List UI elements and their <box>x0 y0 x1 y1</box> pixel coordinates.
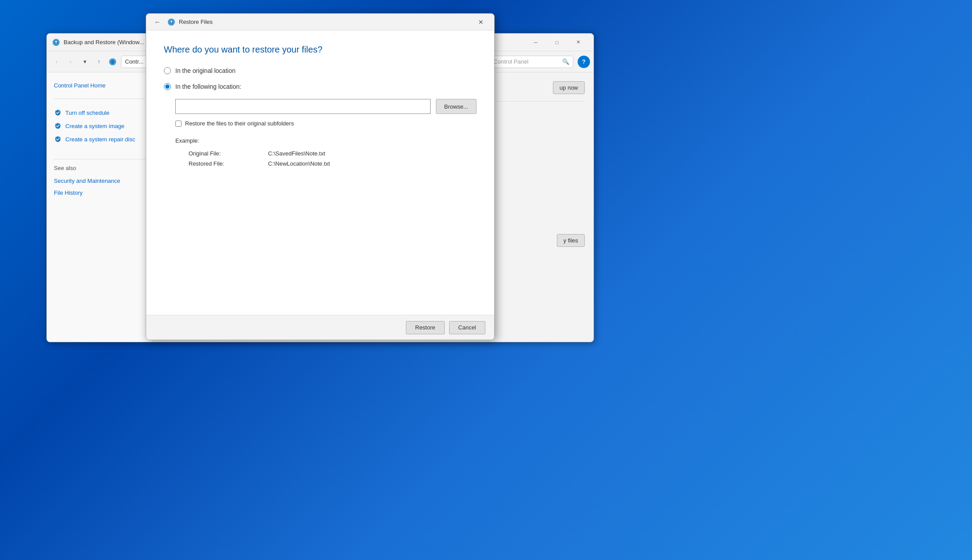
radio-option-original: In the original location <box>164 67 477 74</box>
dialog-footer: Restore Cancel <box>146 315 494 340</box>
up-button[interactable]: ↑ <box>93 56 105 68</box>
search-icon: 🔍 <box>562 58 569 65</box>
example-section: Example: Original File: C:\SavedFiles\No… <box>175 137 477 167</box>
example-row-1: Original File: C:\SavedFiles\Note.txt <box>189 150 477 157</box>
restore-subfolders-checkbox[interactable] <box>175 121 182 127</box>
dialog-question: Where do you want to restore your files? <box>164 45 477 55</box>
dialog-close-button[interactable]: ✕ <box>473 15 489 29</box>
restore-files-icon <box>167 18 175 26</box>
cancel-button[interactable]: Cancel <box>449 321 485 334</box>
example-title: Example: <box>175 137 477 144</box>
restore-subfolders-label[interactable]: Restore the files to their original subf… <box>185 120 294 127</box>
maximize-button[interactable]: □ <box>547 35 567 49</box>
following-location-label[interactable]: In the following location: <box>175 83 241 90</box>
cp-window-title: Backup and Restore (Window... <box>64 39 144 45</box>
dialog-title: Restore Files <box>179 19 213 25</box>
original-location-label[interactable]: In the original location <box>175 67 235 74</box>
original-location-radio[interactable] <box>164 67 171 74</box>
dialog-titlebar: ← Restore Files ✕ <box>146 14 494 30</box>
example-table: Original File: C:\SavedFiles\Note.txt Re… <box>189 150 477 167</box>
dialog-body: Where do you want to restore your files?… <box>146 30 494 315</box>
backup-restore-icon <box>52 38 60 46</box>
restore-files-dialog: ← Restore Files ✕ Where do you want to r… <box>146 13 495 340</box>
file-history-link[interactable]: File History <box>54 187 145 199</box>
cp-title-left: Backup and Restore (Window... <box>52 38 144 46</box>
backup-now-button[interactable]: up now <box>553 81 585 94</box>
radio-option-following: In the following location: <box>164 83 477 90</box>
security-maintenance-link[interactable]: Security and Maintenance <box>54 175 145 187</box>
location-input[interactable] <box>175 99 431 114</box>
browse-button[interactable]: Browse... <box>436 99 477 114</box>
turn-off-schedule-link[interactable]: Turn off schedule <box>54 106 145 119</box>
following-location-radio[interactable] <box>164 83 171 90</box>
dialog-title-left: ← Restore Files <box>151 16 213 28</box>
cp-window-controls: ─ □ ✕ <box>526 35 588 49</box>
restored-file-key: Restored File: <box>189 160 242 167</box>
restored-file-value: C:\NewLocation\Note.txt <box>268 160 330 167</box>
restore-button[interactable]: Restore <box>406 321 445 334</box>
cp-sidebar: Control Panel Home Turn off schedule Cre… <box>47 72 153 342</box>
close-button[interactable]: ✕ <box>568 35 588 49</box>
original-file-value: C:\SavedFiles\Note.txt <box>268 150 325 157</box>
shield-icon-1 <box>54 109 62 117</box>
dialog-back-button[interactable]: ← <box>151 16 164 28</box>
original-file-key: Original File: <box>189 150 242 157</box>
help-button[interactable]: ? <box>578 56 590 68</box>
back-button[interactable]: ‹ <box>50 56 63 68</box>
sidebar-divider-1 <box>54 98 145 99</box>
forward-button[interactable]: › <box>64 56 77 68</box>
create-system-repair-disc-link[interactable]: Create a system repair disc <box>54 132 145 146</box>
address-shield-icon <box>109 58 117 66</box>
recent-button[interactable]: ▾ <box>79 56 91 68</box>
location-row: Browse... <box>175 99 477 114</box>
restore-files-button[interactable]: y files <box>557 234 585 247</box>
see-also-section: See also Security and Maintenance File H… <box>54 159 145 199</box>
control-panel-home-link[interactable]: Control Panel Home <box>54 79 145 91</box>
search-box[interactable]: n Control Panel 🔍 <box>485 56 573 68</box>
checkbox-row: Restore the files to their original subf… <box>175 120 477 127</box>
create-system-image-link[interactable]: Create a system image <box>54 119 145 132</box>
example-row-2: Restored File: C:\NewLocation\Note.txt <box>189 160 477 167</box>
shield-icon-3 <box>54 135 62 143</box>
see-also-title: See also <box>54 165 145 171</box>
shield-icon-2 <box>54 122 62 130</box>
minimize-button[interactable]: ─ <box>526 35 546 49</box>
